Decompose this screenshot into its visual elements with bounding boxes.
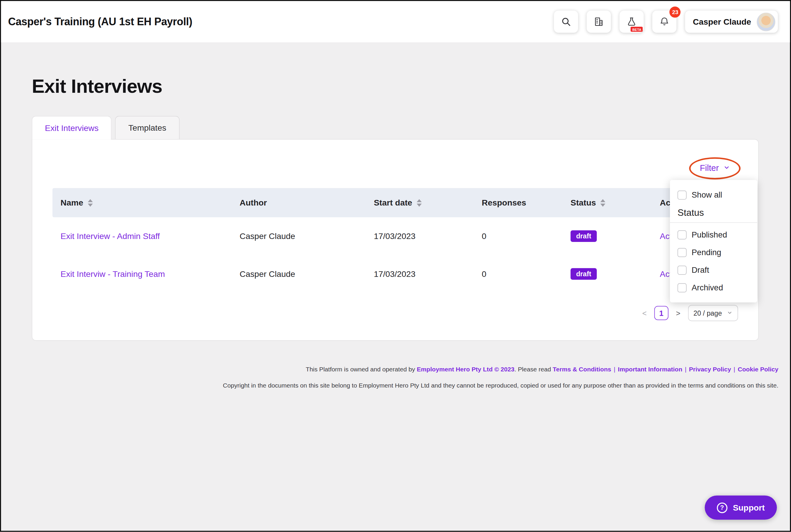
flask-icon	[627, 17, 637, 27]
footer-separator: |	[614, 366, 615, 373]
beta-badge: BETA	[631, 27, 643, 32]
responses-cell: 0	[482, 269, 486, 279]
building-icon	[594, 17, 604, 27]
notification-count-badge: 23	[670, 6, 681, 18]
tab-bar: Exit Interviews Templates	[32, 116, 790, 139]
checkbox-pending[interactable]	[678, 248, 687, 257]
footer-link-terms[interactable]: Terms & Conditions	[553, 366, 611, 373]
column-label: Status	[571, 198, 596, 208]
filter-option-label: Published	[692, 230, 727, 239]
filter-button-label: Filter	[700, 163, 719, 173]
author-cell: Casper Claude	[239, 269, 295, 279]
tab-exit-interviews[interactable]: Exit Interviews	[32, 116, 112, 140]
column-label: Author	[239, 198, 267, 208]
footer-separator: |	[734, 366, 735, 373]
filter-option-label: Archived	[692, 283, 723, 292]
filter-option-show-all[interactable]: Show all	[678, 186, 750, 204]
app-window: Casper's Training (AU 1st EH Payroll) BE…	[0, 0, 791, 532]
footer-link-employment-hero[interactable]: Employment Hero Pty Ltd © 2023	[417, 366, 514, 373]
table-header-row: Name Author Start date Responses Status …	[53, 188, 738, 217]
column-header-status[interactable]: Status	[563, 198, 652, 208]
filter-option-label: Pending	[692, 248, 721, 257]
interview-name-link[interactable]: Exit Interviw - Training Team	[60, 269, 165, 279]
pagination: < 1 > 20 / page	[53, 305, 738, 321]
filter-option-label: Draft	[692, 265, 709, 274]
footer-copyright-line: Copyright in the documents on this site …	[1, 382, 778, 390]
user-name: Casper Claude	[693, 17, 751, 27]
checkbox-draft[interactable]	[678, 265, 687, 274]
table-row: Exit Interviw - Training Team Casper Cla…	[53, 255, 738, 293]
bell-icon	[660, 17, 670, 27]
footer-link-important-info[interactable]: Important Information	[618, 366, 682, 373]
table-row: Exit Interview - Admin Staff Casper Clau…	[53, 217, 738, 255]
filter-button[interactable]: Filter	[692, 160, 738, 177]
sort-icon[interactable]	[601, 199, 606, 206]
search-icon	[561, 17, 571, 27]
footer-link-cookie[interactable]: Cookie Policy	[738, 366, 778, 373]
exit-interviews-card: Filter Name Author Start date	[32, 139, 759, 341]
org-title: Casper's Training (AU 1st EH Payroll)	[8, 16, 192, 27]
filter-dropdown-panel: Show all Status Published Pending Draft …	[670, 180, 757, 302]
page-number-button[interactable]: 1	[655, 306, 668, 320]
chevron-down-icon	[727, 309, 733, 317]
column-header-responses: Responses	[474, 198, 563, 208]
column-header-start-date[interactable]: Start date	[366, 198, 474, 208]
prev-page-button[interactable]: <	[641, 309, 648, 317]
page-size-value: 20 / page	[694, 309, 722, 317]
checkbox-show-all[interactable]	[678, 190, 687, 200]
top-bar: Casper's Training (AU 1st EH Payroll) BE…	[1, 1, 790, 42]
filter-option-archived[interactable]: Archived	[678, 279, 750, 296]
status-badge: draft	[571, 230, 597, 242]
chevron-down-icon	[723, 163, 730, 173]
filter-option-draft[interactable]: Draft	[678, 261, 750, 279]
checkbox-published[interactable]	[678, 230, 687, 239]
footer: This Platform is owned and operated by E…	[1, 366, 790, 390]
page-size-select[interactable]: 20 / page	[688, 305, 738, 321]
organisation-button[interactable]	[587, 11, 611, 33]
support-button-label: Support	[733, 503, 765, 513]
responses-cell: 0	[482, 231, 486, 241]
search-button[interactable]	[554, 11, 578, 33]
filter-section-title: Status	[678, 207, 750, 218]
status-badge: draft	[571, 268, 597, 280]
interview-name-link[interactable]: Exit Interview - Admin Staff	[60, 231, 160, 241]
question-mark-icon: ?	[717, 502, 727, 513]
sort-icon[interactable]	[417, 199, 422, 206]
filter-option-label: Show all	[692, 190, 722, 200]
user-menu-button[interactable]: Casper Claude	[685, 11, 778, 33]
top-bar-actions: BETA 23 Casper Claude	[554, 11, 778, 33]
next-page-button[interactable]: >	[674, 309, 682, 317]
sort-icon[interactable]	[88, 199, 93, 206]
footer-legal-line: This Platform is owned and operated by E…	[1, 366, 778, 374]
filter-row: Filter	[53, 160, 738, 177]
column-label: Name	[60, 198, 83, 208]
author-cell: Casper Claude	[239, 231, 295, 241]
tab-templates[interactable]: Templates	[115, 116, 179, 139]
avatar	[757, 12, 775, 31]
start-date-cell: 17/03/2023	[374, 231, 416, 241]
column-header-name[interactable]: Name	[53, 198, 232, 208]
column-label: Responses	[482, 198, 526, 208]
footer-link-privacy[interactable]: Privacy Policy	[689, 366, 731, 373]
beta-labs-button[interactable]: BETA	[620, 11, 644, 33]
support-button[interactable]: ? Support	[705, 496, 777, 520]
filter-option-pending[interactable]: Pending	[678, 243, 750, 261]
column-label: Start date	[374, 198, 412, 208]
notifications-button[interactable]: 23	[652, 11, 677, 33]
start-date-cell: 17/03/2023	[374, 269, 416, 279]
checkbox-archived[interactable]	[678, 283, 687, 292]
filter-option-published[interactable]: Published	[678, 226, 750, 243]
footer-separator: |	[685, 366, 686, 373]
column-header-author: Author	[232, 198, 366, 208]
footer-text: . Please read	[515, 366, 553, 373]
divider	[670, 222, 757, 223]
footer-text: This Platform is owned and operated by	[306, 366, 417, 373]
page-title: Exit Interviews	[32, 76, 790, 97]
